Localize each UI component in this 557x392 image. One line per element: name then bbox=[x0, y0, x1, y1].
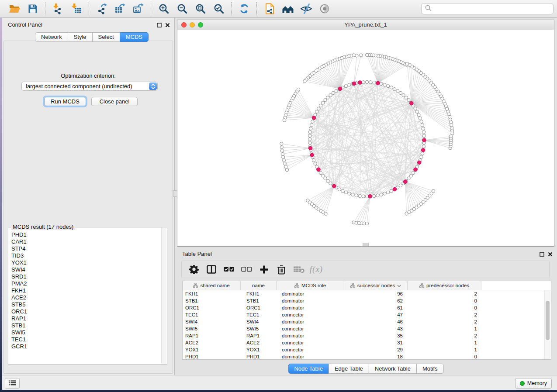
mcds-result-item[interactable]: PMA2 bbox=[11, 280, 161, 287]
table-row[interactable]: RAP1RAP1dominator352 bbox=[183, 332, 551, 339]
export-image-icon[interactable] bbox=[129, 1, 148, 16]
mcds-result-item[interactable]: TID3 bbox=[11, 252, 161, 259]
sort-chevron-icon bbox=[397, 283, 401, 288]
tab-select[interactable]: Select bbox=[92, 32, 120, 42]
memory-label: Memory bbox=[527, 380, 547, 386]
result-list-scrollbar[interactable] bbox=[161, 228, 166, 364]
table-scrollbar[interactable] bbox=[544, 290, 550, 359]
mcds-result-list[interactable]: PHD1CAR1STP4TID3YOX1SWI4SRD1PMA2FKH1ACE2… bbox=[8, 229, 161, 364]
zoom-out-icon[interactable] bbox=[173, 1, 191, 16]
column-header-successor-nodes[interactable]: successor nodes bbox=[344, 281, 408, 290]
tab-edge-table[interactable]: Edge Table bbox=[329, 364, 369, 374]
column-header-predecessor-nodes[interactable]: predecessor nodes bbox=[408, 281, 481, 290]
open-network-file-icon[interactable] bbox=[260, 1, 279, 16]
import-network-icon[interactable] bbox=[49, 1, 67, 16]
close-panel-icon[interactable] bbox=[165, 21, 170, 29]
mcds-result-item[interactable]: SRD1 bbox=[11, 273, 161, 280]
tab-motifs[interactable]: Motifs bbox=[416, 364, 444, 374]
column-header-name[interactable]: name bbox=[241, 281, 277, 290]
close-table-panel-icon[interactable] bbox=[548, 251, 553, 258]
search-box[interactable] bbox=[421, 3, 554, 14]
mcds-result-item[interactable]: CAR1 bbox=[11, 238, 161, 245]
tab-style[interactable]: Style bbox=[68, 32, 93, 42]
toolbar-separator bbox=[256, 2, 257, 15]
mcds-result-item[interactable]: STB5 bbox=[11, 301, 161, 308]
mcds-result-item[interactable]: STB1 bbox=[11, 322, 161, 329]
export-table-icon[interactable] bbox=[111, 1, 129, 16]
close-panel-button[interactable]: Close panel bbox=[91, 97, 138, 106]
mcds-result-item[interactable]: RAP1 bbox=[11, 315, 161, 322]
cell-shared-name: SWI5 bbox=[183, 325, 241, 332]
mcds-result-item[interactable]: FKH1 bbox=[11, 287, 161, 294]
toolbar-separator bbox=[231, 2, 232, 15]
table-row[interactable]: YOX1YOX1connector291 bbox=[183, 346, 551, 353]
import-table-icon[interactable] bbox=[67, 1, 86, 16]
hide-panel-icon[interactable] bbox=[297, 1, 315, 16]
mcds-result-box: MCDS result (17 nodes) PHD1CAR1STP4TID3Y… bbox=[8, 227, 167, 364]
tab-network[interactable]: Network bbox=[35, 32, 68, 42]
zoom-in-icon[interactable] bbox=[155, 1, 173, 16]
show-columns-icon[interactable] bbox=[203, 262, 220, 277]
cell-name: ACE2 bbox=[241, 339, 277, 346]
status-bar: Memory bbox=[2, 375, 557, 390]
cell-MCDS-role: dominator bbox=[277, 297, 344, 304]
float-panel-icon[interactable] bbox=[157, 21, 162, 29]
select-all-icon[interactable] bbox=[220, 262, 238, 277]
mcds-result-item[interactable]: TEC1 bbox=[11, 336, 161, 343]
table-row[interactable]: FKH1FKH1dominator962 bbox=[183, 290, 551, 297]
deselect-all-icon[interactable] bbox=[238, 262, 255, 277]
column-header-shared-name[interactable]: shared name bbox=[183, 281, 241, 290]
cell-name: YOX1 bbox=[241, 346, 277, 353]
table-toolbar: f(x) bbox=[181, 261, 550, 278]
mcds-result-item[interactable]: STP4 bbox=[11, 245, 161, 252]
table-row[interactable]: STB1STB1dominator620 bbox=[183, 297, 551, 304]
network-analyzer-icon[interactable] bbox=[279, 1, 297, 16]
cell-shared-name: TEC1 bbox=[183, 311, 241, 318]
show-panel-icon[interactable] bbox=[315, 1, 334, 16]
search-input[interactable] bbox=[434, 5, 553, 13]
mcds-result-item[interactable]: ACE2 bbox=[11, 294, 161, 301]
tab-node-table[interactable]: Node Table bbox=[288, 364, 329, 374]
workspace: YPA_prune.txt_1 Table Panel f(x) shared … bbox=[175, 18, 557, 375]
mcds-result-item[interactable]: ORC1 bbox=[11, 308, 161, 315]
zoom-fit-icon[interactable] bbox=[191, 1, 210, 16]
delete-column-icon[interactable] bbox=[273, 262, 290, 277]
task-history-button[interactable] bbox=[5, 378, 20, 389]
cell-MCDS-role: connector bbox=[277, 346, 344, 353]
float-table-panel-icon[interactable] bbox=[540, 251, 544, 258]
table-row[interactable]: SWI4SWI4dominator462 bbox=[183, 318, 551, 325]
refresh-layout-icon[interactable] bbox=[235, 1, 253, 16]
export-network-icon[interactable] bbox=[93, 1, 111, 16]
mcds-result-item[interactable]: PHD1 bbox=[11, 231, 161, 238]
table-row[interactable]: ORC1ORC1dominator610 bbox=[183, 304, 551, 311]
column-header-MCDS-role[interactable]: MCDS role bbox=[277, 281, 344, 290]
mcds-result-item[interactable]: SWI5 bbox=[11, 329, 161, 336]
table-row[interactable]: SWI5SWI5connector431 bbox=[183, 325, 551, 332]
settings-icon[interactable] bbox=[185, 262, 203, 277]
table-row[interactable]: PHD1PHD1dominator180 bbox=[183, 353, 551, 360]
memory-button[interactable]: Memory bbox=[515, 378, 552, 389]
mcds-result-item[interactable]: GCR1 bbox=[11, 343, 161, 350]
network-window-titlebar[interactable]: YPA_prune.txt_1 bbox=[177, 20, 554, 30]
save-session-icon[interactable] bbox=[24, 1, 42, 16]
table-row[interactable]: TEC1TEC1connector472 bbox=[183, 311, 551, 318]
cell-name: TEC1 bbox=[241, 311, 277, 318]
run-mcds-button[interactable]: Run MCDS bbox=[44, 97, 86, 106]
canvas-splitter-handle[interactable] bbox=[363, 243, 369, 246]
mcds-result-item[interactable]: YOX1 bbox=[11, 259, 161, 266]
mcds-result-item[interactable]: SWI4 bbox=[11, 266, 161, 273]
table-scrollbar-thumb[interactable] bbox=[546, 301, 550, 340]
add-column-icon[interactable] bbox=[255, 262, 273, 277]
cell-successor-nodes: 46 bbox=[344, 318, 408, 325]
open-file-icon[interactable] bbox=[5, 1, 24, 16]
network-canvas[interactable] bbox=[177, 30, 554, 246]
cell-name: SWI4 bbox=[241, 318, 277, 325]
network-window: YPA_prune.txt_1 bbox=[177, 20, 554, 247]
table-row[interactable]: ACE2ACE2connector311 bbox=[183, 339, 551, 346]
zoom-selected-icon[interactable] bbox=[210, 1, 228, 16]
tab-network-table[interactable]: Network Table bbox=[369, 364, 417, 374]
criterion-select[interactable]: largest connected component (undirected) bbox=[21, 82, 158, 91]
tab-mcds[interactable]: MCDS bbox=[120, 32, 149, 42]
cell-predecessor-nodes: 0 bbox=[408, 304, 481, 311]
org-chart-icon bbox=[294, 283, 299, 289]
